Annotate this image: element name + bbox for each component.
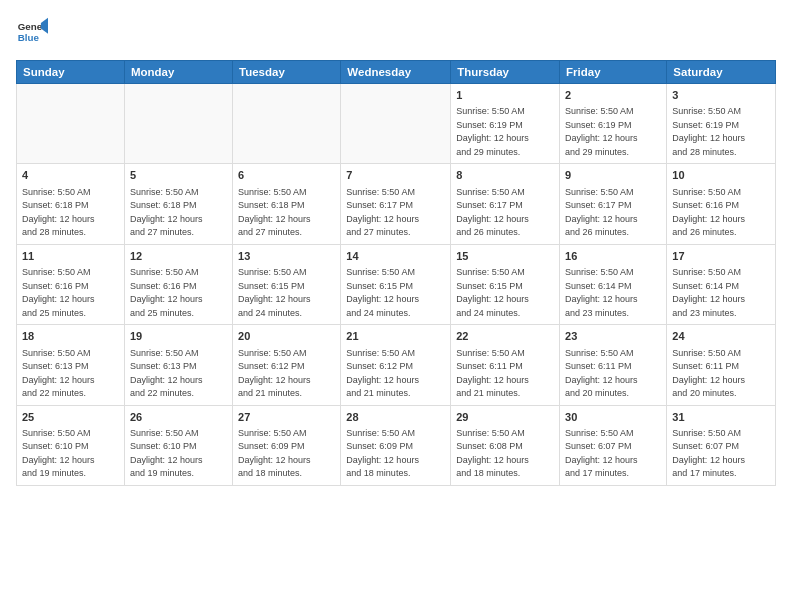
calendar-cell: 16Sunrise: 5:50 AMSunset: 6:14 PMDayligh…	[560, 244, 667, 324]
day-info: Sunrise: 5:50 AMSunset: 6:16 PMDaylight:…	[22, 266, 119, 320]
day-number: 1	[456, 88, 554, 103]
logo-icon: General Blue	[16, 16, 48, 48]
calendar-cell: 14Sunrise: 5:50 AMSunset: 6:15 PMDayligh…	[341, 244, 451, 324]
day-number: 2	[565, 88, 661, 103]
day-number: 8	[456, 168, 554, 183]
day-number: 12	[130, 249, 227, 264]
day-number: 27	[238, 410, 335, 425]
col-header-saturday: Saturday	[667, 61, 776, 84]
day-number: 28	[346, 410, 445, 425]
day-info: Sunrise: 5:50 AMSunset: 6:18 PMDaylight:…	[130, 186, 227, 240]
calendar-cell: 29Sunrise: 5:50 AMSunset: 6:08 PMDayligh…	[451, 405, 560, 485]
day-info: Sunrise: 5:50 AMSunset: 6:10 PMDaylight:…	[22, 427, 119, 481]
day-info: Sunrise: 5:50 AMSunset: 6:15 PMDaylight:…	[456, 266, 554, 320]
page-header: General Blue	[16, 16, 776, 48]
day-number: 19	[130, 329, 227, 344]
day-info: Sunrise: 5:50 AMSunset: 6:11 PMDaylight:…	[672, 347, 770, 401]
day-number: 3	[672, 88, 770, 103]
day-number: 23	[565, 329, 661, 344]
day-info: Sunrise: 5:50 AMSunset: 6:13 PMDaylight:…	[130, 347, 227, 401]
day-number: 31	[672, 410, 770, 425]
day-number: 29	[456, 410, 554, 425]
calendar-cell: 3Sunrise: 5:50 AMSunset: 6:19 PMDaylight…	[667, 84, 776, 164]
day-info: Sunrise: 5:50 AMSunset: 6:17 PMDaylight:…	[565, 186, 661, 240]
day-number: 16	[565, 249, 661, 264]
calendar-cell: 26Sunrise: 5:50 AMSunset: 6:10 PMDayligh…	[124, 405, 232, 485]
day-info: Sunrise: 5:50 AMSunset: 6:17 PMDaylight:…	[456, 186, 554, 240]
calendar-cell: 6Sunrise: 5:50 AMSunset: 6:18 PMDaylight…	[233, 164, 341, 244]
day-number: 15	[456, 249, 554, 264]
day-number: 10	[672, 168, 770, 183]
calendar-cell: 2Sunrise: 5:50 AMSunset: 6:19 PMDaylight…	[560, 84, 667, 164]
day-number: 25	[22, 410, 119, 425]
calendar-cell: 28Sunrise: 5:50 AMSunset: 6:09 PMDayligh…	[341, 405, 451, 485]
calendar-cell: 1Sunrise: 5:50 AMSunset: 6:19 PMDaylight…	[451, 84, 560, 164]
col-header-monday: Monday	[124, 61, 232, 84]
day-info: Sunrise: 5:50 AMSunset: 6:13 PMDaylight:…	[22, 347, 119, 401]
day-number: 17	[672, 249, 770, 264]
day-info: Sunrise: 5:50 AMSunset: 6:16 PMDaylight:…	[130, 266, 227, 320]
day-number: 5	[130, 168, 227, 183]
calendar-cell: 15Sunrise: 5:50 AMSunset: 6:15 PMDayligh…	[451, 244, 560, 324]
day-info: Sunrise: 5:50 AMSunset: 6:19 PMDaylight:…	[565, 105, 661, 159]
calendar-table: SundayMondayTuesdayWednesdayThursdayFrid…	[16, 60, 776, 486]
calendar-cell: 8Sunrise: 5:50 AMSunset: 6:17 PMDaylight…	[451, 164, 560, 244]
day-info: Sunrise: 5:50 AMSunset: 6:14 PMDaylight:…	[565, 266, 661, 320]
day-info: Sunrise: 5:50 AMSunset: 6:19 PMDaylight:…	[456, 105, 554, 159]
col-header-friday: Friday	[560, 61, 667, 84]
day-info: Sunrise: 5:50 AMSunset: 6:11 PMDaylight:…	[456, 347, 554, 401]
calendar-cell: 30Sunrise: 5:50 AMSunset: 6:07 PMDayligh…	[560, 405, 667, 485]
calendar-cell	[17, 84, 125, 164]
calendar-cell: 22Sunrise: 5:50 AMSunset: 6:11 PMDayligh…	[451, 325, 560, 405]
calendar-cell: 10Sunrise: 5:50 AMSunset: 6:16 PMDayligh…	[667, 164, 776, 244]
day-info: Sunrise: 5:50 AMSunset: 6:15 PMDaylight:…	[346, 266, 445, 320]
day-info: Sunrise: 5:50 AMSunset: 6:18 PMDaylight:…	[22, 186, 119, 240]
day-number: 11	[22, 249, 119, 264]
logo: General Blue	[16, 16, 48, 48]
calendar-cell: 12Sunrise: 5:50 AMSunset: 6:16 PMDayligh…	[124, 244, 232, 324]
day-info: Sunrise: 5:50 AMSunset: 6:18 PMDaylight:…	[238, 186, 335, 240]
day-number: 20	[238, 329, 335, 344]
calendar-cell: 21Sunrise: 5:50 AMSunset: 6:12 PMDayligh…	[341, 325, 451, 405]
calendar-cell: 19Sunrise: 5:50 AMSunset: 6:13 PMDayligh…	[124, 325, 232, 405]
calendar-cell: 4Sunrise: 5:50 AMSunset: 6:18 PMDaylight…	[17, 164, 125, 244]
col-header-tuesday: Tuesday	[233, 61, 341, 84]
day-number: 6	[238, 168, 335, 183]
day-info: Sunrise: 5:50 AMSunset: 6:19 PMDaylight:…	[672, 105, 770, 159]
day-number: 22	[456, 329, 554, 344]
day-info: Sunrise: 5:50 AMSunset: 6:12 PMDaylight:…	[238, 347, 335, 401]
calendar-cell: 25Sunrise: 5:50 AMSunset: 6:10 PMDayligh…	[17, 405, 125, 485]
calendar-cell	[341, 84, 451, 164]
col-header-sunday: Sunday	[17, 61, 125, 84]
day-info: Sunrise: 5:50 AMSunset: 6:16 PMDaylight:…	[672, 186, 770, 240]
svg-text:Blue: Blue	[18, 32, 40, 43]
calendar-cell: 11Sunrise: 5:50 AMSunset: 6:16 PMDayligh…	[17, 244, 125, 324]
day-number: 30	[565, 410, 661, 425]
calendar-cell: 7Sunrise: 5:50 AMSunset: 6:17 PMDaylight…	[341, 164, 451, 244]
calendar-cell: 23Sunrise: 5:50 AMSunset: 6:11 PMDayligh…	[560, 325, 667, 405]
calendar-cell: 20Sunrise: 5:50 AMSunset: 6:12 PMDayligh…	[233, 325, 341, 405]
day-number: 7	[346, 168, 445, 183]
day-info: Sunrise: 5:50 AMSunset: 6:09 PMDaylight:…	[346, 427, 445, 481]
col-header-thursday: Thursday	[451, 61, 560, 84]
col-header-wednesday: Wednesday	[341, 61, 451, 84]
day-info: Sunrise: 5:50 AMSunset: 6:07 PMDaylight:…	[565, 427, 661, 481]
day-info: Sunrise: 5:50 AMSunset: 6:14 PMDaylight:…	[672, 266, 770, 320]
day-info: Sunrise: 5:50 AMSunset: 6:09 PMDaylight:…	[238, 427, 335, 481]
calendar-cell: 31Sunrise: 5:50 AMSunset: 6:07 PMDayligh…	[667, 405, 776, 485]
day-info: Sunrise: 5:50 AMSunset: 6:17 PMDaylight:…	[346, 186, 445, 240]
day-number: 9	[565, 168, 661, 183]
day-number: 13	[238, 249, 335, 264]
day-info: Sunrise: 5:50 AMSunset: 6:07 PMDaylight:…	[672, 427, 770, 481]
day-info: Sunrise: 5:50 AMSunset: 6:08 PMDaylight:…	[456, 427, 554, 481]
calendar-cell: 9Sunrise: 5:50 AMSunset: 6:17 PMDaylight…	[560, 164, 667, 244]
day-info: Sunrise: 5:50 AMSunset: 6:12 PMDaylight:…	[346, 347, 445, 401]
day-info: Sunrise: 5:50 AMSunset: 6:11 PMDaylight:…	[565, 347, 661, 401]
calendar-cell: 5Sunrise: 5:50 AMSunset: 6:18 PMDaylight…	[124, 164, 232, 244]
calendar-cell: 13Sunrise: 5:50 AMSunset: 6:15 PMDayligh…	[233, 244, 341, 324]
calendar-cell: 24Sunrise: 5:50 AMSunset: 6:11 PMDayligh…	[667, 325, 776, 405]
day-number: 24	[672, 329, 770, 344]
day-number: 14	[346, 249, 445, 264]
day-number: 18	[22, 329, 119, 344]
calendar-cell	[124, 84, 232, 164]
